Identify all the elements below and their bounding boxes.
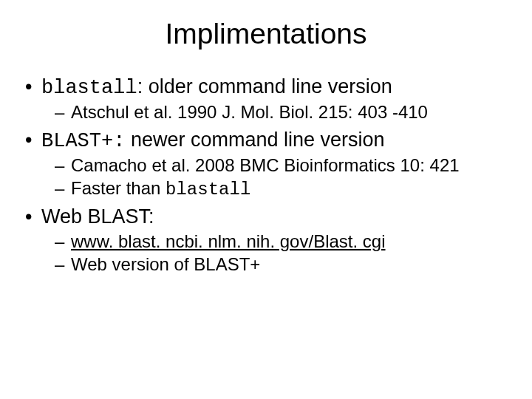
link-text[interactable]: www. blast. ncbi. nlm. nih. gov/Blast. c… bbox=[71, 231, 386, 251]
bullet-item: BLAST+: newer command line version Camac… bbox=[25, 129, 507, 200]
code-token: blastall bbox=[166, 180, 250, 200]
code-token: BLAST+: bbox=[41, 130, 125, 152]
bullet-l1: Web BLAST: bbox=[25, 205, 507, 228]
sub-text: Camacho et al. 2008 BMC Bioinformatics 1… bbox=[71, 155, 460, 175]
code-token: blastall bbox=[41, 77, 137, 99]
bullet-text: newer command line version bbox=[125, 129, 384, 151]
bullet-l1: blastall: older command line version bbox=[25, 75, 507, 99]
bullet-l2: Atschul et al. 1990 J. Mol. Biol. 215: 4… bbox=[25, 102, 507, 123]
sub-text: Atschul et al. 1990 J. Mol. Biol. 215: 4… bbox=[71, 102, 428, 122]
bullet-text: Web BLAST: bbox=[41, 205, 154, 228]
bullet-list: blastall: older command line version Ats… bbox=[25, 75, 507, 275]
sub-text: Web version of BLAST+ bbox=[71, 254, 260, 274]
bullet-l1: BLAST+: newer command line version bbox=[25, 129, 507, 152]
bullet-item: blastall: older command line version Ats… bbox=[25, 75, 507, 123]
bullet-item: Web BLAST: www. blast. ncbi. nlm. nih. g… bbox=[25, 205, 507, 275]
slide: Implimentations blastall: older command … bbox=[0, 0, 532, 399]
sub-text: Faster than bbox=[71, 178, 166, 198]
bullet-l2: www. blast. ncbi. nlm. nih. gov/Blast. c… bbox=[25, 231, 507, 252]
bullet-l2: Faster than blastall bbox=[25, 178, 507, 200]
slide-title: Implimentations bbox=[25, 18, 507, 50]
bullet-l2: Camacho et al. 2008 BMC Bioinformatics 1… bbox=[25, 155, 507, 176]
bullet-l2: Web version of BLAST+ bbox=[25, 254, 507, 275]
bullet-text: : older command line version bbox=[137, 75, 392, 98]
